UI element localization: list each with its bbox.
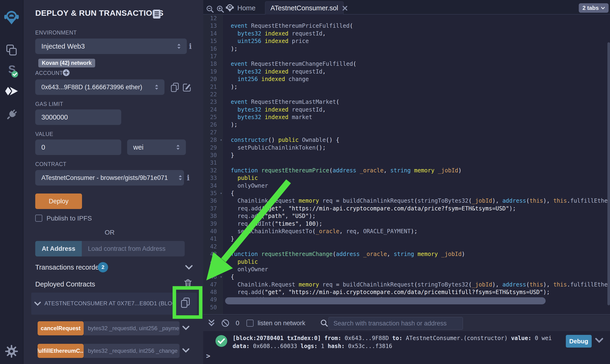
account-select[interactable]: 0x643...9F88D (1.666673996 ether) <box>35 79 164 95</box>
code-line: 18 event RequestEthereumChangeFulfilled( <box>203 60 610 68</box>
code-line: 24 bytes32 indexed requestId, <box>203 106 610 113</box>
code-line: 38 req.add("path", "USD"); <box>203 212 610 220</box>
code-line: 23 event RequestEthereumLastMarket( <box>203 98 610 106</box>
select-spinner-icon <box>155 84 158 90</box>
code-line: 36 Chainlink.Request memory req = buildC… <box>203 197 610 205</box>
contract-info-icon[interactable]: i <box>187 173 190 182</box>
log-chevron-down-icon[interactable] <box>595 338 603 343</box>
select-spinner-icon <box>179 175 182 181</box>
activity-bar: S <box>0 0 24 364</box>
cancel-request-params[interactable]: bytes32 _requestId, uint256 _payment, by <box>84 321 180 335</box>
account-label: ACCOUNT <box>35 70 63 76</box>
gas-limit-field[interactable] <box>41 113 115 121</box>
vertical-scrollbar[interactable] <box>607 42 610 305</box>
code-line: 27 <box>203 129 610 136</box>
value-input[interactable] <box>35 140 121 155</box>
code-lines[interactable]: 1213 event RequestEthereumPriceFulfilled… <box>203 14 610 314</box>
code-line: 48 req.add("get", "https://min-api.crypt… <box>203 288 610 296</box>
code-line: 43 function requestEthereumChange(addres… <box>203 250 610 258</box>
add-account-icon[interactable] <box>63 69 70 76</box>
code-line: 14 bytes32 indexed requestId, <box>203 30 610 37</box>
cancel-request-chevron-down-icon[interactable] <box>182 325 189 330</box>
tab-home[interactable]: Home <box>225 2 255 14</box>
debug-button[interactable]: Debug <box>566 335 592 348</box>
tx-log-line-1[interactable]: [block:20780401 txIndex:0] from: 0x643..… <box>233 335 552 341</box>
publish-ipfs-checkbox[interactable] <box>35 215 42 222</box>
terminal-prompt[interactable]: > <box>206 352 210 360</box>
copy-account-icon[interactable] <box>171 83 179 92</box>
code-line: 25 bytes32 indexed market <box>203 113 610 121</box>
tx-log-line-2[interactable]: data: 0x608...60033 logs: 1 hash: 0x53c.… <box>233 343 392 350</box>
clear-console-icon[interactable] <box>221 319 230 327</box>
terminal-search-field[interactable] <box>333 320 458 327</box>
tab-file-label: ATestnetConsumer.sol <box>270 4 338 12</box>
environment-select[interactable]: Injected Web3 <box>35 39 187 54</box>
fulfill-ethereum-change-params[interactable]: bytes32 _requestId, int256 _change <box>84 344 180 358</box>
copy-contract-address-icon[interactable] <box>181 297 190 308</box>
code-line: 15 uint256 indexed price <box>203 37 610 45</box>
tabs-count-badge[interactable]: 2 tabs <box>579 3 609 13</box>
doc-link-icon[interactable] <box>153 9 161 19</box>
at-address-input[interactable] <box>82 241 185 257</box>
tab-home-label: Home <box>237 4 255 12</box>
search-icon <box>320 319 328 327</box>
code-line: 37 req.add("get", "https://min-api.crypt… <box>203 205 610 212</box>
select-spinner-icon <box>176 144 180 150</box>
code-line: 16 ); <box>203 45 610 52</box>
deploy-button[interactable]: Deploy <box>35 194 82 209</box>
cancel-request-button[interactable]: cancelRequest <box>38 321 84 335</box>
environment-info-icon[interactable]: i <box>189 42 192 51</box>
close-tab-icon[interactable] <box>342 6 347 11</box>
terminal-header: 0 listen on network <box>203 315 610 331</box>
code-line: 28▾ constructor() public Ownable() { <box>203 136 610 144</box>
code-line: 17 <box>203 52 610 60</box>
solidity-compiler-icon[interactable]: S <box>4 63 19 78</box>
deployed-contract-card[interactable]: ATESTNETCONSUMER AT 0X7E7...E80D1 (BLOCK… <box>31 293 197 315</box>
plugin-manager-icon[interactable] <box>5 108 18 122</box>
fulfill-ethereum-change-button[interactable]: fulfillEthereumC... <box>38 344 84 358</box>
gas-limit-label: GAS LIMIT <box>35 101 63 107</box>
file-explorer-icon[interactable] <box>5 44 18 57</box>
code-line: 45 onlyOwner <box>203 266 610 273</box>
transactions-chevron-down-icon[interactable] <box>185 265 193 270</box>
or-divider-label: OR <box>24 229 196 236</box>
deployed-contract-title: ATESTNETCONSUMER AT 0X7E7...E80D1 (BLOCK… <box>44 300 174 307</box>
code-line: 42 <box>203 243 610 250</box>
contract-chevron-down-icon[interactable] <box>34 301 41 306</box>
fulfill-chevron-down-icon[interactable] <box>182 348 189 353</box>
zoom-out-icon[interactable] <box>206 5 214 13</box>
code-line: 21 ); <box>203 83 610 91</box>
value-unit-select[interactable]: wei <box>127 140 186 155</box>
code-line: 29 setPublicChainlinkToken(); <box>203 144 610 152</box>
trash-icon[interactable] <box>184 279 192 288</box>
at-address-button[interactable]: At Address <box>35 241 82 257</box>
code-line: 41 } <box>203 235 610 243</box>
gas-limit-input[interactable] <box>35 109 121 125</box>
terminal-search-input[interactable] <box>329 317 463 330</box>
tx-success-icon <box>215 335 227 347</box>
chevron-down-icon <box>601 7 605 9</box>
zoom-in-icon[interactable] <box>216 5 225 13</box>
code-line: 44 public <box>203 258 610 266</box>
contract-select[interactable]: ATestnetConsumer - browser/gists/9b71e07… <box>35 170 184 185</box>
edit-account-icon[interactable] <box>182 83 191 91</box>
code-line: 20 int256 indexed change <box>203 75 610 83</box>
environment-label: ENVIRONMENT <box>35 30 77 36</box>
at-address-field[interactable] <box>88 245 179 252</box>
code-line: 46▾ { <box>203 273 610 281</box>
remix-logo-icon[interactable] <box>4 9 19 26</box>
listen-on-network-checkbox[interactable] <box>247 320 253 327</box>
listen-on-network-label: listen on network <box>258 320 305 327</box>
transactions-count-badge: 2 <box>98 262 108 273</box>
deploy-and-run-icon[interactable] <box>5 86 18 99</box>
tab-active-file[interactable]: ATestnetConsumer.sol <box>265 1 344 14</box>
expand-terminal-icon[interactable] <box>208 319 215 327</box>
value-field[interactable] <box>41 143 115 151</box>
settings-gear-icon[interactable] <box>5 345 18 358</box>
horizontal-scrollbar[interactable] <box>225 297 546 304</box>
tabs-count-label: 2 tabs <box>583 5 599 11</box>
contract-label: CONTRACT <box>35 161 66 168</box>
code-line: 22 <box>203 91 610 98</box>
code-line: 40 sendChainlinkRequestTo(_oracle, req, … <box>203 228 610 235</box>
terminal: 0 listen on network [block:20780401 txIn… <box>203 314 610 364</box>
